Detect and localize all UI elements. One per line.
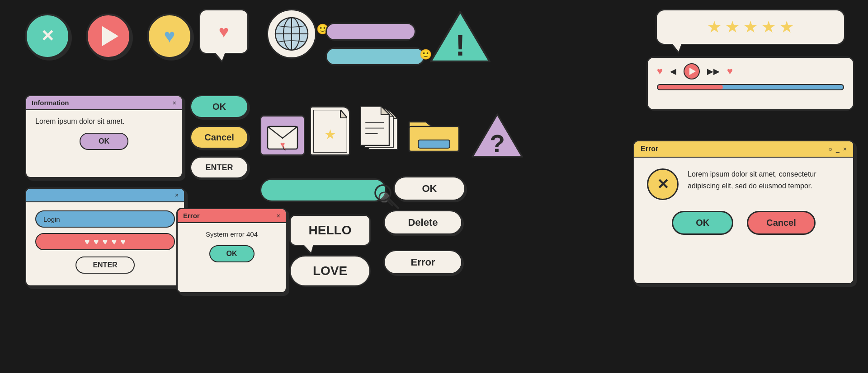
folder-icon [407, 111, 461, 156]
small-error-body: System error 404 OK [178, 223, 286, 270]
question-triangle-svg: ? [470, 111, 524, 160]
small-error-text: System error 404 [187, 230, 277, 238]
error-btn-label: Error [411, 256, 435, 268]
small-error-ok-button[interactable]: OK [209, 245, 255, 262]
delete-button-sticker[interactable]: Delete [383, 210, 462, 235]
small-error-title: Error [183, 212, 200, 219]
heart-icon: ♥ [164, 25, 175, 47]
large-error-ok-button[interactable]: OK [672, 211, 733, 235]
cancel-button-sticker[interactable]: Cancel [190, 126, 249, 149]
speech-bubble-heart: ♥ [199, 9, 249, 54]
star-doc-icon: ★ [313, 110, 347, 153]
heart-1: ♥ [85, 237, 90, 247]
login-title-bar: × [26, 189, 184, 202]
star-3: ★ [743, 18, 758, 37]
play-circle[interactable] [86, 14, 131, 59]
globe-sticker [267, 9, 316, 59]
info-close-button[interactable]: × [173, 99, 176, 107]
window-controls: ○ _ × [829, 145, 847, 153]
media-prev-icon[interactable]: ◀ [670, 66, 676, 76]
ok-large-label: OK [422, 183, 437, 195]
large-error-cancel-button[interactable]: Cancel [747, 211, 816, 235]
window-maximize[interactable]: _ [836, 145, 840, 153]
docs-icon [357, 106, 402, 156]
love-bubble: LOVE [289, 255, 371, 287]
svg-text:★: ★ [324, 127, 336, 142]
large-error-text: Lorem ipsum dolor sit amet, consectetur … [688, 168, 840, 191]
error-x-icon: ✕ [657, 176, 669, 193]
heart-2: ♥ [94, 237, 99, 247]
large-error-body: ✕ Lorem ipsum dolor sit amet, consectetu… [634, 158, 853, 211]
svg-text:!: ! [455, 29, 465, 62]
cancel-button-label: Cancel [204, 132, 234, 143]
warning-triangle-svg: ! [429, 8, 492, 65]
media-heart-right: ♥ [727, 65, 733, 77]
purple-input-bar[interactable] [326, 23, 416, 41]
heart-emoji: ♥ [219, 22, 229, 42]
ok-button-label: OK [212, 102, 226, 112]
login-placeholder: Login [43, 215, 60, 223]
info-title-bar: Information × [26, 96, 182, 110]
window-minimize[interactable]: ○ [829, 145, 832, 153]
password-field[interactable]: ♥ ♥ ♥ ♥ ♥ [35, 233, 175, 250]
small-error-close[interactable]: × [277, 212, 280, 219]
enter-button-sticker[interactable]: ENTER [190, 156, 249, 179]
hello-speech-bubble: HELLO [289, 214, 371, 246]
small-error-title-bar: Error × [178, 209, 286, 223]
envelope-sticker: ♥ [260, 115, 305, 156]
star-2: ★ [725, 18, 740, 37]
large-error-title: Error [641, 145, 658, 153]
envelope-icon: ♥ [267, 121, 298, 150]
large-error-dialog: Error ○ _ × ✕ Lorem ipsum dolor sit amet… [633, 140, 854, 284]
heart-5: ♥ [120, 237, 126, 247]
heart-3: ♥ [103, 237, 108, 247]
media-play-button[interactable] [684, 63, 700, 79]
media-controls: ♥ ◀ ▶▶ ♥ [657, 63, 844, 79]
login-dialog: × Login ♥ ♥ ♥ ♥ ♥ ENTER [25, 187, 185, 287]
star-5: ★ [779, 18, 794, 37]
star-document-sticker: ★ [310, 106, 350, 156]
media-next-icon[interactable]: ▶▶ [707, 66, 720, 76]
canvas: ✕ ♥ ♥ 🙂 🙂 ! ★ ★ [0, 0, 868, 373]
question-triangle: ? [470, 111, 524, 162]
blue-input-bar[interactable] [326, 47, 425, 65]
svg-rect-21 [418, 140, 450, 148]
star-4: ★ [761, 18, 776, 37]
ok-button-sticker[interactable]: OK [190, 95, 249, 118]
globe-icon [274, 16, 310, 52]
error-icon-circle: ✕ [647, 168, 679, 200]
media-player: ♥ ◀ ▶▶ ♥ [646, 56, 854, 111]
warning-triangle-wrap: ! [429, 8, 492, 66]
info-body: Lorem ipsum dolor sit amet. OK [26, 110, 182, 157]
enter-button-label: ENTER [205, 163, 233, 173]
play-icon [102, 26, 118, 46]
search-bar-sticker[interactable] [260, 178, 387, 202]
heart-4: ♥ [111, 237, 117, 247]
info-dialog: Information × Lorem ipsum dolor sit amet… [25, 95, 183, 178]
login-input-field[interactable]: Login [35, 210, 175, 228]
info-text: Lorem ipsum dolor sit amet. [35, 117, 173, 126]
large-error-title-bar: Error ○ _ × [634, 141, 853, 158]
heart-circle[interactable]: ♥ [147, 14, 192, 59]
info-ok-button[interactable]: OK [80, 133, 128, 150]
login-enter-button[interactable]: ENTER [75, 256, 134, 274]
error-button-sticker[interactable]: Error [383, 250, 462, 275]
login-close-button[interactable]: × [175, 191, 179, 199]
svg-line-28 [389, 199, 398, 208]
star-1: ★ [707, 18, 722, 37]
x-icon: ✕ [41, 28, 54, 44]
window-close[interactable]: × [843, 145, 847, 153]
media-progress-bar[interactable] [657, 84, 844, 90]
x-close-circle[interactable]: ✕ [25, 14, 70, 59]
media-play-triangle [689, 68, 696, 75]
small-error-dialog: Error × System error 404 OK [176, 208, 287, 294]
documents-sticker [357, 106, 402, 156]
media-heart-left: ♥ [657, 65, 663, 77]
hello-label: HELLO [309, 223, 352, 238]
svg-text:?: ? [490, 130, 505, 158]
svg-marker-9 [340, 110, 347, 118]
info-title: Information [32, 99, 69, 107]
delete-label: Delete [408, 217, 438, 228]
ok-large-button[interactable]: OK [393, 176, 466, 201]
star-rating-bubble: ★ ★ ★ ★ ★ [656, 9, 845, 45]
